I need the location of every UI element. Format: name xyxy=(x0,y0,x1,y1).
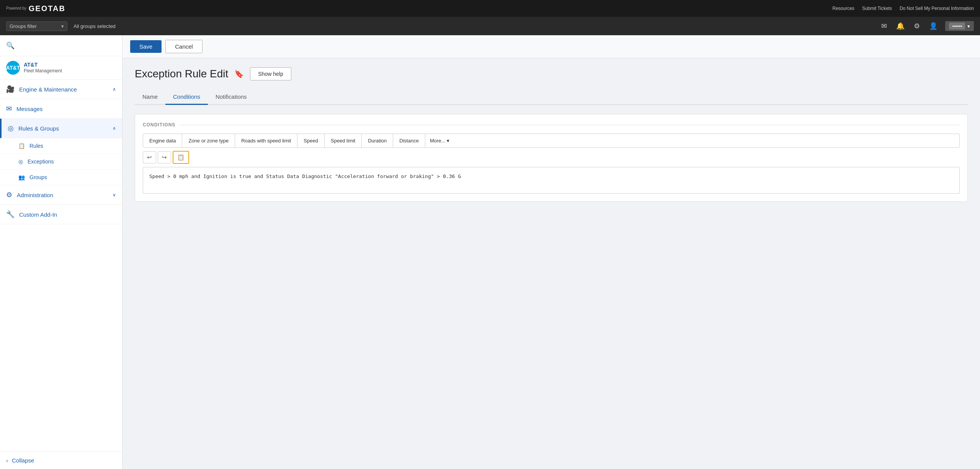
mail-icon-btn[interactable]: ✉ xyxy=(880,20,889,32)
sidebar-item-groups-label: Groups xyxy=(29,174,47,180)
cond-tab-zone-type[interactable]: Zone or zone type xyxy=(182,134,235,147)
cond-tab-speed-label: Speed xyxy=(304,138,318,144)
main-layout: 🔍 AT&T AT&T Fleet Management 🎥 Engine & … xyxy=(0,35,980,469)
groups-sub-icon: 👥 xyxy=(18,174,25,180)
groups-selected-text: All groups selected xyxy=(74,23,116,29)
cond-tab-speed-limit[interactable]: Speed limit xyxy=(325,134,362,147)
link-do-not-sell[interactable]: Do Not Sell My Personal Information xyxy=(900,6,974,11)
cond-tab-distance[interactable]: Distance xyxy=(393,134,425,147)
top-nav-left: Powered by GEOTAB xyxy=(6,4,65,13)
rules-sub-icon: 📋 xyxy=(18,143,25,149)
cond-tab-engine-data[interactable]: Engine data xyxy=(143,134,182,147)
sidebar-item-rules-label: Rules xyxy=(29,143,43,149)
sidebar-collapse-btn[interactable]: ‹ Collapse xyxy=(0,451,122,469)
cond-tab-speed[interactable]: Speed xyxy=(297,134,325,147)
groups-filter-arrow: ▾ xyxy=(61,23,64,29)
second-bar: Groups filter ▾ All groups selected ✉ 🔔 … xyxy=(0,17,980,35)
collapse-chevron-icon: ‹ xyxy=(6,457,8,464)
logo: Powered by GEOTAB xyxy=(6,4,65,13)
link-resources[interactable]: Resources xyxy=(833,6,854,11)
page-title: Exception Rule Edit xyxy=(135,68,228,80)
save-button[interactable]: Save xyxy=(130,40,162,53)
administration-chevron-icon: ∨ xyxy=(113,192,116,198)
sidebar: 🔍 AT&T AT&T Fleet Management 🎥 Engine & … xyxy=(0,35,122,469)
logo-brand: GEOTAB xyxy=(29,4,65,13)
sidebar-item-messages-label: Messages xyxy=(16,106,42,112)
cond-tab-duration[interactable]: Duration xyxy=(362,134,393,147)
messages-icon: ✉ xyxy=(6,105,12,113)
sidebar-item-custom-addon-label: Custom Add-In xyxy=(19,211,57,218)
cond-tab-zone-type-label: Zone or zone type xyxy=(188,138,229,144)
tab-name-label: Name xyxy=(142,93,158,100)
sidebar-item-custom-addon[interactable]: 🔧 Custom Add-In xyxy=(0,205,122,224)
cond-tab-distance-label: Distance xyxy=(399,138,419,144)
second-bar-icons: ✉ 🔔 ⚙ 👤 ▪▪▪▪▪▪ ▾ xyxy=(880,20,974,32)
page-title-row: Exception Rule Edit 🔖 Show help xyxy=(135,67,968,80)
cond-tab-roads-speed[interactable]: Roads with speed limit xyxy=(235,134,297,147)
tab-conditions[interactable]: Conditions xyxy=(165,90,208,105)
rules-groups-icon: ◎ xyxy=(8,124,14,132)
sidebar-nav: 🎥 Engine & Maintenance ∧ ✉ Messages ◎ Ru… xyxy=(0,80,122,451)
cond-tab-more-label: More... xyxy=(430,138,445,144)
sidebar-item-messages[interactable]: ✉ Messages xyxy=(0,99,122,119)
conditions-label-text: CONDITIONS xyxy=(143,122,175,127)
user-dropdown-arrow: ▾ xyxy=(967,23,970,29)
sidebar-item-administration-label: Administration xyxy=(17,192,53,198)
sidebar-item-engine-label: Engine & Maintenance xyxy=(19,86,77,93)
link-submit-tickets[interactable]: Submit Tickets xyxy=(862,6,892,11)
tab-name[interactable]: Name xyxy=(135,90,165,105)
user-menu-btn[interactable]: ▪▪▪▪▪▪ ▾ xyxy=(945,21,974,31)
engine-chevron-icon: ∧ xyxy=(113,87,116,92)
sidebar-search-row: 🔍 xyxy=(0,35,122,56)
top-nav-links: Resources Submit Tickets Do Not Sell My … xyxy=(833,6,974,11)
brand-sub: Fleet Management xyxy=(24,68,62,74)
logo-powered: Powered by xyxy=(6,6,26,11)
att-logo: AT&T xyxy=(6,61,20,75)
groups-filter-dropdown[interactable]: Groups filter ▾ xyxy=(6,21,67,31)
tab-notifications[interactable]: Notifications xyxy=(208,90,255,105)
top-nav: Powered by GEOTAB Resources Submit Ticke… xyxy=(0,0,980,17)
cancel-button[interactable]: Cancel xyxy=(165,40,203,53)
rules-groups-chevron-icon: ∧ xyxy=(113,126,116,131)
search-icon[interactable]: 🔍 xyxy=(6,41,15,50)
conditions-toolbar: Engine data Zone or zone type Roads with… xyxy=(143,134,960,148)
condition-expression-text: Speed > 0 mph and Ignition is true and S… xyxy=(149,173,461,179)
redo-button[interactable]: ↪ xyxy=(158,151,171,163)
sidebar-item-rules[interactable]: 📋 Rules xyxy=(0,138,122,154)
sidebar-item-rules-groups[interactable]: ◎ Rules & Groups ∧ xyxy=(0,119,122,138)
cond-tab-speed-limit-label: Speed limit xyxy=(331,138,355,144)
tab-conditions-label: Conditions xyxy=(173,93,200,100)
administration-icon: ⚙ xyxy=(6,191,12,199)
sidebar-brand: AT&T AT&T Fleet Management xyxy=(0,56,122,80)
bookmark-icon[interactable]: 🔖 xyxy=(234,69,244,78)
cond-tab-duration-label: Duration xyxy=(368,138,387,144)
brand-name: AT&T xyxy=(24,61,62,68)
engine-icon: 🎥 xyxy=(6,85,15,93)
paste-button[interactable]: 📋 xyxy=(173,151,189,164)
undo-icon: ↩ xyxy=(147,154,152,160)
toolbar: Save Cancel xyxy=(122,35,980,58)
sidebar-item-exceptions[interactable]: ◎ Exceptions xyxy=(0,154,122,170)
sidebar-item-administration[interactable]: ⚙ Administration ∨ xyxy=(0,185,122,205)
settings-icon-btn[interactable]: ⚙ xyxy=(912,20,921,32)
bell-icon-btn[interactable]: 🔔 xyxy=(895,20,906,32)
sidebar-item-groups[interactable]: 👥 Groups xyxy=(0,170,122,185)
undo-button[interactable]: ↩ xyxy=(143,151,156,163)
groups-filter-label: Groups filter xyxy=(10,23,37,29)
user-name: ▪▪▪▪▪▪ xyxy=(949,23,965,29)
more-dropdown-icon: ▾ xyxy=(447,138,449,144)
redo-icon: ↪ xyxy=(162,154,167,160)
conditions-section: CONDITIONS Engine data Zone or zone type… xyxy=(135,114,968,202)
sidebar-item-engine[interactable]: 🎥 Engine & Maintenance ∧ xyxy=(0,80,122,99)
cond-tab-roads-speed-label: Roads with speed limit xyxy=(241,138,291,144)
cond-tab-more[interactable]: More... ▾ xyxy=(425,134,454,147)
edit-toolbar: ↩ ↪ 📋 xyxy=(143,151,960,164)
cond-tab-engine-data-label: Engine data xyxy=(149,138,176,144)
content-area: Save Cancel Exception Rule Edit 🔖 Show h… xyxy=(122,35,980,469)
exceptions-sub-icon: ◎ xyxy=(18,159,23,165)
show-help-button[interactable]: Show help xyxy=(250,67,291,80)
tab-notifications-label: Notifications xyxy=(216,93,247,100)
user-icon-btn[interactable]: 👤 xyxy=(928,20,939,32)
custom-addon-icon: 🔧 xyxy=(6,210,15,219)
condition-expression: Speed > 0 mph and Ignition is true and S… xyxy=(143,167,960,194)
